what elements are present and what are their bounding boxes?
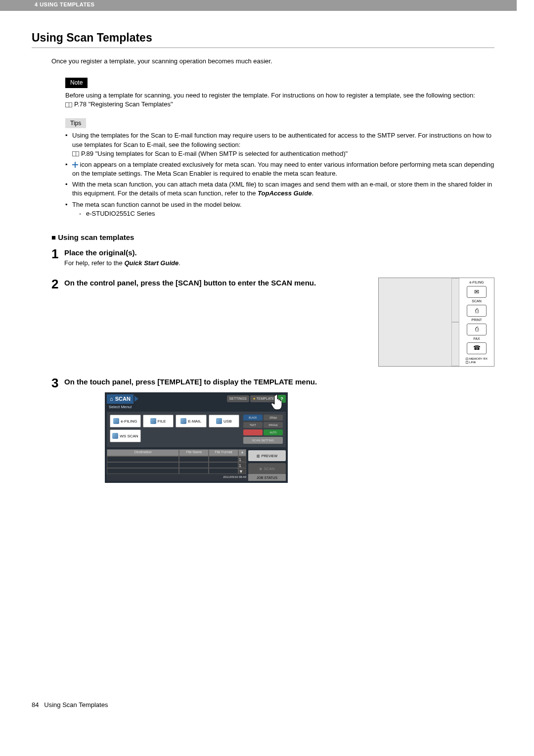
- scanner-icon: ⎙: [475, 307, 479, 315]
- scroll-down-button[interactable]: ▼: [238, 468, 246, 474]
- book-icon: [72, 151, 79, 156]
- th-fileformat: File Format: [209, 449, 238, 456]
- diamond-icon: ◈: [259, 466, 262, 472]
- step-number: 3: [51, 377, 64, 389]
- scan-setting-button[interactable]: SCAN SETTING: [243, 437, 283, 444]
- chip[interactable]: SINGLE: [264, 422, 283, 428]
- panel-lcd-area: [379, 278, 451, 366]
- chip[interactable]: 200dpi: [264, 415, 283, 421]
- panel-status: MEMORY RX LINE: [466, 357, 488, 364]
- note-ref: P.78 "Registering Scan Templates": [65, 100, 494, 109]
- book-icon: [65, 102, 72, 107]
- tips-tag: Tips: [65, 118, 86, 129]
- email-fn-button[interactable]: E-MAIL: [176, 415, 207, 427]
- footer-title: Using Scan Templates: [44, 701, 108, 709]
- scroll-up-button[interactable]: ▲: [238, 449, 246, 456]
- select-menu-label: Select Menu!: [107, 403, 286, 411]
- scan-button[interactable]: ⎙: [467, 305, 487, 317]
- wsscan-fn-button[interactable]: WS SCAN: [110, 429, 141, 442]
- note-block: Note Before using a template for scannin…: [65, 78, 494, 109]
- panel-btn-label: e-FILING: [470, 280, 484, 285]
- step-number: 1: [51, 247, 64, 260]
- step-title: Place the original(s).: [64, 247, 494, 258]
- note-text: Before using a template for scanning, yo…: [65, 91, 494, 100]
- efiling-fn-button[interactable]: e-FILING: [110, 415, 141, 427]
- step-subtext: For help, refer to the Quick Start Guide…: [64, 259, 494, 268]
- step-1: 1 Place the original(s). For help, refer…: [51, 247, 494, 268]
- tips-block: Tips Using the templates for the Scan to…: [65, 118, 494, 218]
- page-indicator: 1: [238, 462, 246, 468]
- preview-button[interactable]: ▥PREVIEW: [248, 450, 286, 461]
- step-number: 2: [51, 278, 64, 290]
- led-icon: [466, 358, 468, 360]
- fax-icon: ☎: [473, 344, 481, 352]
- scan-side-panel: BLACK200dpi TEXTSINGLE AUTO SCAN SETTING: [243, 415, 283, 444]
- destination-table: Destination File Name File Format ▲ 1 1 …: [107, 449, 246, 474]
- panel-button-column: e-FILING ✉ SCAN ⎙ PRINT ⎙ FAX ☎ MEMORY R…: [459, 278, 494, 366]
- job-status-button[interactable]: JOB STATUS: [248, 474, 286, 481]
- step-2: 2 On the control panel, press the [SCAN]…: [51, 278, 494, 367]
- chip[interactable]: AUTO: [264, 429, 283, 435]
- envelope-icon: ✉: [474, 288, 479, 296]
- help-button[interactable]: ?: [278, 395, 286, 403]
- intro-text: Once you register a template, your scann…: [51, 57, 494, 66]
- wsscan-icon: [112, 433, 118, 439]
- th-destination: Destination: [107, 449, 179, 456]
- tips-list: Using the templates for the Scan to E-ma…: [65, 131, 494, 218]
- scan-header-arrow: [134, 396, 138, 402]
- tip-item: Using the templates for the Scan to E-ma…: [65, 131, 494, 158]
- step-3: 3 On the touch panel, press [TEMPLATE] t…: [51, 377, 494, 483]
- datetime-label: 2011/05/10 08:40: [107, 474, 248, 481]
- touch-panel-figure: ⌂ SCAN SETTINGS ★ TEMPLATE ? Select Menu…: [105, 392, 288, 483]
- usb-fn-button[interactable]: USB: [209, 415, 240, 427]
- page-indicator: 1: [238, 456, 246, 462]
- control-panel-figure: e-FILING ✉ SCAN ⎙ PRINT ⎙ FAX ☎ MEMORY R…: [378, 278, 494, 367]
- efiling-button[interactable]: ✉: [467, 286, 487, 298]
- file-fn-button[interactable]: FILE: [143, 415, 174, 427]
- subsection-heading: ■ Using scan templates: [51, 232, 494, 242]
- usb-icon: [216, 418, 222, 424]
- chapter-label: 4 USING TEMPLATES: [35, 1, 94, 7]
- scan-header: ⌂ SCAN: [107, 394, 134, 404]
- chapter-header: 4 USING TEMPLATES: [0, 0, 517, 11]
- chip[interactable]: [243, 429, 263, 435]
- th-filename: File Name: [179, 449, 209, 456]
- printer-icon: ⎙: [475, 325, 479, 333]
- preview-icon: ▥: [257, 454, 260, 459]
- panel-btn-label: SCAN: [472, 299, 481, 304]
- file-icon: [150, 418, 156, 424]
- page-title: Using Scan Templates: [32, 30, 494, 48]
- email-icon: [180, 418, 186, 424]
- fax-button[interactable]: ☎: [467, 342, 487, 354]
- tip-item: icon appears on a template created exclu…: [65, 160, 494, 178]
- page-number: 84: [32, 701, 39, 709]
- page-footer: 84 Using Scan Templates: [0, 701, 534, 719]
- led-icon: [466, 361, 468, 364]
- panel-btn-label: PRINT: [472, 318, 482, 323]
- chip[interactable]: TEXT: [243, 422, 263, 428]
- star-icon: ★: [253, 396, 256, 401]
- print-button[interactable]: ⎙: [467, 324, 487, 335]
- chip[interactable]: BLACK: [243, 415, 263, 421]
- panel-mid-column: [451, 278, 459, 366]
- panel-btn-label: FAX: [473, 336, 480, 341]
- tip-subitem: e-STUDIO2551C Series: [72, 209, 494, 218]
- note-tag: Note: [65, 78, 88, 88]
- scanner-icon: ⌂: [110, 395, 113, 403]
- scan-action-button[interactable]: ◈SCAN: [248, 463, 286, 474]
- efiling-icon: [113, 418, 119, 424]
- step-title: On the touch panel, press [TEMPLATE] to …: [64, 377, 494, 387]
- tip-item: With the meta scan function, you can att…: [65, 180, 494, 198]
- tip-item: The meta scan function cannot be used in…: [65, 200, 494, 218]
- step-title: On the control panel, press the [SCAN] b…: [64, 278, 368, 288]
- template-button[interactable]: ★ TEMPLATE: [250, 395, 277, 402]
- plus-icon: [72, 162, 78, 168]
- settings-button[interactable]: SETTINGS: [227, 395, 249, 402]
